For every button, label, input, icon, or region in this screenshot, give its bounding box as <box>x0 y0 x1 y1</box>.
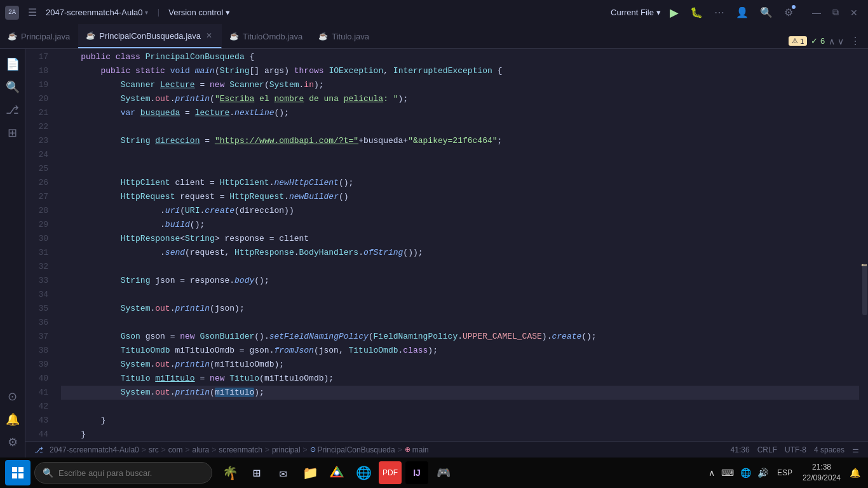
git-button[interactable]: ⎇ <box>3 100 23 120</box>
tray-show-hidden[interactable]: ∧ <box>706 465 717 480</box>
tab-titulo-omdb-java[interactable]: ☕ TituloOmdb.java <box>222 24 311 48</box>
tab-titulo-java[interactable]: ☕ Titulo.java <box>311 24 377 48</box>
breadcrumb-principal-pkg[interactable]: principal <box>272 445 301 454</box>
breadcrumb-project[interactable]: 2047-screenmatch4-Aula0 <box>50 445 139 454</box>
code-line-30: HttpResponse<String> response = client <box>61 232 859 246</box>
line-number: 31 <box>25 246 48 260</box>
version-control-btn[interactable]: Version control ▾ <box>168 8 230 17</box>
line-ending[interactable]: CRLF <box>754 445 781 454</box>
code-line-35: System.out.println(json); <box>61 302 859 316</box>
version-control-label: Version control <box>168 8 223 17</box>
breadcrumb: 2047-screenmatch4-Aula0 > src > com > al… <box>50 445 429 454</box>
remote-button[interactable]: ⊙ <box>3 386 23 407</box>
line-number: 41 <box>25 386 48 400</box>
taskbar-app-store[interactable]: ⊞ <box>245 461 268 484</box>
breadcrumb-alura[interactable]: alura <box>192 445 209 454</box>
breadcrumb-sep: > <box>303 445 308 454</box>
window-controls: — ⧉ ✕ <box>807 4 863 20</box>
code-line-27: HttpRequest request = HttpRequest.newBui… <box>61 190 859 204</box>
code-line-31: .send(request, HttpResponse.BodyHandlers… <box>61 246 859 260</box>
title-actions: ▶ 🐛 ⋯ 👤 🔍 ⚙ <box>666 3 797 22</box>
taskbar-search-box[interactable]: 🔍 <box>34 462 212 484</box>
warning-badge[interactable]: ⚠ 1 <box>789 36 807 46</box>
start-button[interactable] <box>5 460 31 485</box>
git-branch-item[interactable]: ⎇ <box>31 445 47 454</box>
indent-type[interactable]: 4 spaces <box>810 445 848 454</box>
settings-activity-button[interactable]: ⚙ <box>3 432 23 452</box>
tray-language[interactable]: ESP <box>773 466 796 480</box>
tab-principal-java[interactable]: ☕ Principal.java <box>0 24 78 48</box>
tray-network[interactable]: 🌐 <box>738 465 754 480</box>
hamburger-menu[interactable]: ☰ <box>24 4 41 21</box>
explorer-button[interactable]: 📄 <box>3 54 23 74</box>
right-scrollbar[interactable] <box>859 49 868 441</box>
encoding[interactable]: UTF-8 <box>781 445 810 454</box>
checkmark-count: 6 <box>820 36 825 46</box>
line-number: 35 <box>25 302 48 316</box>
taskbar-app-folder[interactable]: 📁 <box>299 461 322 484</box>
breadcrumb-class: PrincipalConBusqueda <box>318 445 395 454</box>
taskbar-app-pdf[interactable]: PDF <box>379 461 402 484</box>
taskbar-app-edge[interactable]: 🌐 <box>352 461 375 484</box>
class-icon: ⊙ <box>310 445 316 454</box>
breadcrumb-com[interactable]: com <box>168 445 183 454</box>
tabs-more-button[interactable]: ⋮ <box>848 34 863 48</box>
format-icon[interactable]: ⚌ <box>848 445 863 454</box>
taskbar-app-idea[interactable]: IJ <box>405 461 428 484</box>
tray-icons: ∧ ⌨ 🌐 🔊 <box>706 465 771 480</box>
taskbar-app-files[interactable]: 🌴 <box>219 461 241 484</box>
breadcrumb-screenmatch[interactable]: screenmatch <box>219 445 262 454</box>
tabs-bar: ☕ Principal.java ☕ PrincipalConBusqueda.… <box>0 25 868 49</box>
line-number: 43 <box>25 414 48 428</box>
tray-keyboard[interactable]: ⌨ <box>719 465 736 480</box>
tab-label: Titulo.java <box>332 32 369 41</box>
version-chevron-icon: ▾ <box>226 8 230 17</box>
taskbar-app-chrome[interactable] <box>325 461 348 484</box>
tab-label: PrincipalConBusqueda.java <box>99 31 201 41</box>
tab-principal-con-busqueda-java[interactable]: ☕ PrincipalConBusqueda.java ✕ <box>78 24 222 48</box>
minimize-button[interactable]: — <box>807 5 826 20</box>
notification-button[interactable]: 🔔 <box>3 409 23 430</box>
project-name[interactable]: 2047-screenmatch4-Aula0 ▾ <box>46 8 148 17</box>
cursor-position[interactable]: 41:36 <box>727 445 754 454</box>
code-content[interactable]: public class PrincipalConBusqueda { publ… <box>56 49 859 441</box>
title-bar: 2A ☰ 2047-screenmatch4-Aula0 ▾ | Version… <box>0 0 868 25</box>
breadcrumb-method-item[interactable]: ⊕ main <box>405 445 429 454</box>
tray-time: 21:38 <box>803 462 841 473</box>
taskbar-app-game[interactable]: 🎮 <box>432 461 455 484</box>
maximize-button[interactable]: ⧉ <box>827 4 844 20</box>
search-button[interactable]: 🔍 <box>756 4 776 21</box>
more-actions-button[interactable]: ⋯ <box>710 4 728 21</box>
line-number: 29 <box>25 218 48 232</box>
taskbar-search-icon: 🔍 <box>43 468 53 478</box>
editor-area: 17 18 19 20 21 22 23 24 25 26 27 28 29 3… <box>25 49 868 458</box>
run-button[interactable]: ▶ <box>666 3 682 22</box>
code-editor: 17 18 19 20 21 22 23 24 25 26 27 28 29 3… <box>25 49 868 441</box>
taskbar-search-input[interactable] <box>58 468 204 478</box>
current-file-button[interactable]: Current File ▾ <box>611 8 661 17</box>
java-icon: ☕ <box>86 31 95 40</box>
taskbar-app-mail[interactable]: ✉ <box>272 461 295 484</box>
tray-clock[interactable]: 21:38 22/09/2024 <box>799 459 844 486</box>
breadcrumb-method: main <box>412 445 429 454</box>
tabs-arrows[interactable]: ∧ ∨ <box>829 36 844 46</box>
tray-volume[interactable]: 🔊 <box>755 465 771 480</box>
close-button[interactable]: ✕ <box>845 5 863 20</box>
tab-close-icon[interactable]: ✕ <box>205 30 214 41</box>
breadcrumb-class-item[interactable]: ⊙ PrincipalConBusqueda <box>310 445 395 454</box>
settings-button[interactable]: ⚙ <box>780 4 797 21</box>
account-button[interactable]: 👤 <box>732 4 752 21</box>
line-number: 34 <box>25 288 48 302</box>
checkmark-badge[interactable]: ✓ 6 <box>811 36 825 46</box>
code-line-37: Gson gson = new GsonBuilder().setFieldNa… <box>61 330 859 344</box>
code-line-17: public class PrincipalConBusqueda { <box>61 50 859 64</box>
code-line-22 <box>61 120 859 134</box>
debug-button[interactable]: 🐛 <box>686 4 707 21</box>
breadcrumb-sep: > <box>265 445 269 454</box>
search-activity-button[interactable]: 🔍 <box>3 77 23 97</box>
breadcrumb-src[interactable]: src <box>149 445 159 454</box>
tray-notifications[interactable]: 🔔 <box>847 465 863 480</box>
extensions-button[interactable]: ⊞ <box>3 123 23 143</box>
tab-label: TituloOmdb.java <box>243 32 302 41</box>
line-number: 26 <box>25 176 48 190</box>
